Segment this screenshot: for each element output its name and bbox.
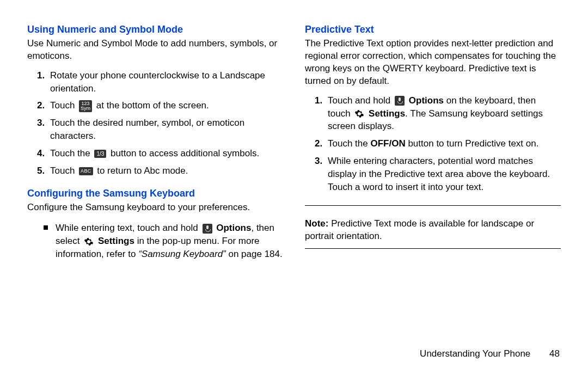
svg-point-1 (359, 113, 360, 114)
sym-key-bot: Sym (81, 106, 90, 111)
step-4-text-b: button to access additional symbols. (108, 148, 259, 158)
step-2-text-a: Touch (50, 100, 77, 111)
step-2: 2. Touch 123Sym at the bottom of the scr… (37, 99, 283, 112)
footer-page-number: 48 (549, 348, 560, 359)
left-column: Using Numeric and Symbol Mode Use Numeri… (27, 22, 283, 338)
svg-point-0 (88, 241, 89, 242)
step-1-text: Rotate your phone counterclockwise to a … (50, 70, 265, 94)
cb-e: on page 184. (226, 249, 283, 259)
step-1: 1.Rotate your phone counterclockwise to … (37, 69, 283, 95)
step-5: 5. Touch ABC to return to Abc mode. (37, 164, 283, 177)
list-numeric-symbol: 1.Rotate your phone counterclockwise to … (27, 69, 283, 182)
cb-c: in the pop-up menu. (134, 236, 222, 246)
divider-top (305, 205, 561, 206)
pstep-2: 2. Touch the OFF/ON button to turn Predi… (315, 137, 561, 150)
heading-numeric-symbol: Using Numeric and Symbol Mode (27, 24, 283, 35)
note-body: Predictive Text mode is available for la… (305, 218, 534, 241)
page-footer: Understanding Your Phone 48 (0, 348, 588, 368)
p3-a: While entering characters, potential wor… (328, 156, 550, 192)
step-2-text-b: at the bottom of the screen. (94, 100, 209, 111)
p2-c: button to turn Predictive text on. (406, 138, 539, 149)
page-columns: Using Numeric and Symbol Mode Use Numeri… (0, 0, 588, 348)
step-4: 4. Touch the 1/3 button to access additi… (37, 147, 283, 160)
step-4-text-a: Touch the (50, 148, 93, 158)
cb-a: While entering text, touch and hold (56, 223, 201, 233)
step-3-text: Touch the desired number, symbol, or emo… (50, 118, 244, 141)
sym-key-icon: 123Sym (79, 100, 92, 112)
cb-options: Options (216, 223, 251, 233)
abc-key-icon: ABC (79, 167, 93, 175)
cb-settings: Settings (98, 236, 134, 246)
p1-opt: Options (409, 95, 444, 106)
step-5-text-a: Touch (50, 166, 77, 176)
intro-configuring: Configure the Samsung keyboard to your p… (27, 201, 283, 214)
cb-ref: “Samsung Keyboard” (138, 249, 226, 259)
abc-label: ABC (79, 167, 93, 175)
heading-configuring: Configuring the Samsung Keyboard (27, 188, 283, 199)
mic-options-icon (203, 224, 212, 234)
intro-predictive: The Predictive Text option provides next… (305, 38, 561, 88)
note-predictive: Note: Predictive Text mode is available … (305, 218, 561, 243)
p1-set: Settings (369, 108, 405, 119)
p1-a: Touch and hold (328, 95, 393, 106)
note-label: Note: (305, 218, 328, 229)
intro-numeric-symbol: Use Numeric and Symbol Mode to add numbe… (27, 38, 283, 63)
p2-a: Touch the (328, 138, 370, 149)
mic-options-icon-2 (395, 96, 405, 106)
onethird-label: 1/3 (94, 150, 106, 158)
list-predictive: 1. Touch and hold Options on the keyboar… (305, 94, 561, 198)
step-3: 3.Touch the desired number, symbol, or e… (37, 117, 283, 143)
step-5-text-b: to return to Abc mode. (95, 166, 188, 176)
divider-bottom (305, 248, 561, 249)
p2-b: OFF/ON (370, 138, 405, 149)
bullet-square-icon (44, 225, 48, 230)
right-column: Predictive Text The Predictive Text opti… (305, 22, 561, 338)
gear-settings-icon (84, 237, 94, 247)
pstep-3: 3.While entering characters, potential w… (315, 155, 561, 193)
onethird-key-icon: 1/3 (94, 150, 106, 158)
config-bullet: While entering text, touch and hold Opti… (44, 222, 283, 260)
footer-chapter: Understanding Your Phone (420, 348, 530, 359)
config-bullet-text: While entering text, touch and hold Opti… (56, 222, 283, 260)
gear-settings-icon-2 (354, 109, 364, 119)
heading-predictive: Predictive Text (305, 24, 561, 35)
pstep-1: 1. Touch and hold Options on the keyboar… (315, 94, 561, 133)
